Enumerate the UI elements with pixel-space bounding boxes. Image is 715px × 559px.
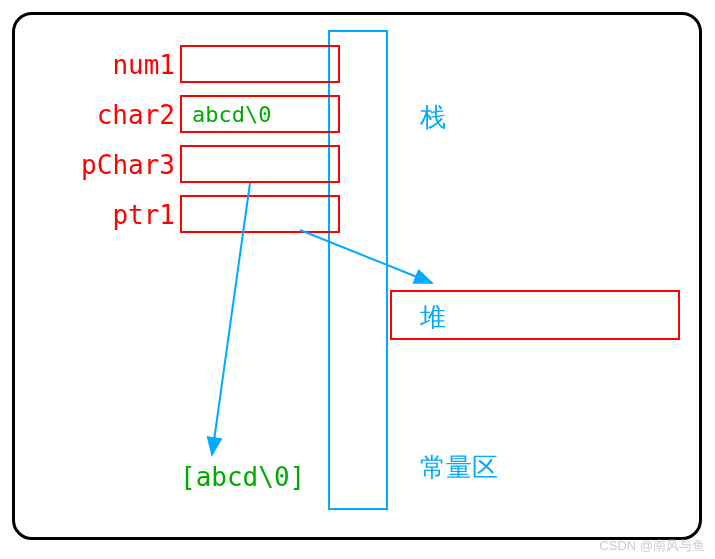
box-pChar3 — [180, 145, 340, 183]
var-ptr1-label: ptr1 — [70, 200, 175, 230]
box-heap — [390, 290, 680, 340]
constant-value: [abcd\0] — [180, 462, 305, 492]
box-num1 — [180, 45, 340, 83]
region-stack-label: 栈 — [420, 100, 446, 135]
var-pChar3-label: pChar3 — [70, 150, 175, 180]
region-constant-label: 常量区 — [420, 450, 498, 485]
var-num1-label: num1 — [70, 50, 175, 80]
box-ptr1 — [180, 195, 340, 233]
char2-value: abcd\0 — [192, 102, 271, 127]
watermark: CSDN @南风与鱼 — [599, 537, 705, 555]
var-char2-label: char2 — [70, 100, 175, 130]
